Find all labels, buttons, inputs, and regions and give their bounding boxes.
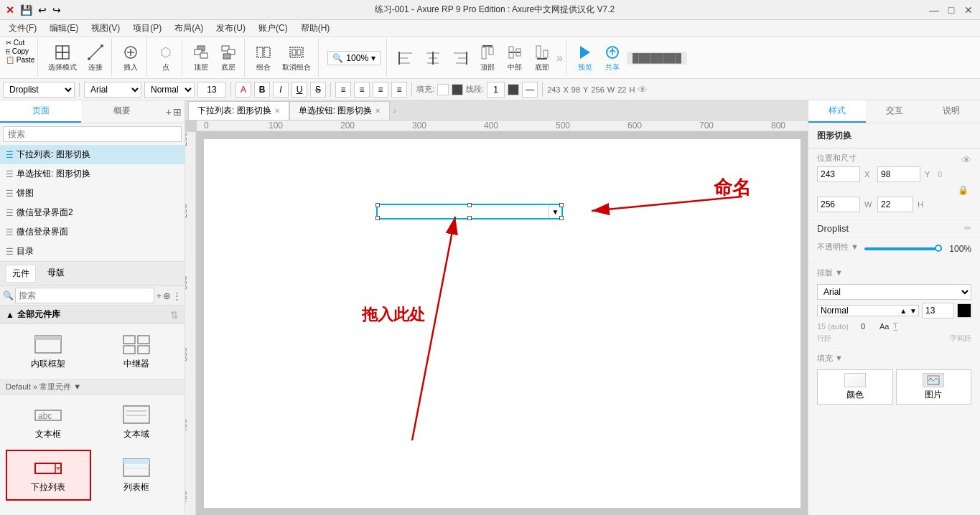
close-button[interactable]: ✕ [963,4,974,16]
text-format-icon[interactable]: T̲ [893,321,898,331]
save-icon[interactable]: 💾 [20,4,32,16]
line-color-preview[interactable] [508,84,519,95]
handle-tc[interactable] [467,203,472,207]
undo-icon[interactable]: ↩ [38,4,47,16]
element-name-select[interactable]: Droplist [3,82,75,98]
right-tab-note[interactable]: 说明 [923,100,980,123]
y-position-input[interactable] [877,166,920,182]
component-radio[interactable]: 单选按钮 [94,504,179,515]
right-font-family-select[interactable]: Arial [817,284,971,300]
align-text-right-button[interactable]: ≡ [373,82,388,98]
page-item-4[interactable]: ☰ 微信登录界面 [0,222,185,242]
page-item-2[interactable]: ☰ 饼图 [0,184,185,203]
connect-button[interactable]: 连接 [83,42,108,74]
redo-icon[interactable]: ↪ [52,4,61,16]
canvas-tab-0[interactable]: 下拉列表: 图形切换 ✕ [188,101,289,120]
add-component-icon[interactable]: + [156,290,162,301]
ungroup-button[interactable]: 取消组合 [278,42,315,74]
h-size-input[interactable] [877,197,913,212]
align-middle-button[interactable]: 中部 [502,42,528,74]
handle-bl[interactable] [375,216,380,220]
x-position-input[interactable] [817,166,860,182]
fill-color-preview[interactable] [437,84,449,95]
more-align-icon[interactable]: » [556,52,563,65]
font-style-up-icon[interactable]: ▲ [898,307,908,315]
handle-tl[interactable] [375,203,380,207]
top-layer-button[interactable]: 顶层 [188,42,214,74]
copy-component-icon[interactable]: ⊕ [163,290,171,301]
component-options-icon[interactable]: ⋮ [172,290,182,301]
canvas-viewport[interactable]: 0 100 200 300 400 500 600 700 800 200 25… [185,121,808,515]
tab-components[interactable]: 元件 [6,265,36,283]
font-style-down-icon[interactable]: ▼ [908,307,918,315]
page-search-input[interactable] [3,126,182,142]
align-bottom-button[interactable]: 底部 [529,42,555,74]
maximize-button[interactable]: □ [946,4,957,16]
font-style-select[interactable]: Normal [144,82,195,98]
preview-button[interactable]: 预览 [572,42,598,74]
copy-btn[interactable]: ⎘ Copy [6,47,29,55]
zoom-selector[interactable]: 🔍 100% ▾ [327,51,381,65]
element-name-edit-icon[interactable]: ✏ [964,223,971,233]
component-textarea[interactable]: 文本域 [94,397,179,447]
menu-view[interactable]: 视图(V) [85,21,126,36]
point-button[interactable]: ⬡ 点 [153,42,179,74]
share-button[interactable]: 共享 [599,42,625,74]
tab-pages[interactable]: 页面 [0,100,81,123]
align-center-button[interactable] [420,48,446,68]
bottom-layer-button[interactable]: 底层 [215,42,241,74]
handle-bc[interactable] [467,216,472,220]
library-scroll-icon[interactable]: ⇅ [170,309,179,321]
menu-layout[interactable]: 布局(A) [169,21,209,36]
align-right-button[interactable] [447,48,473,68]
position-visibility-icon[interactable]: 👁 [961,154,971,166]
right-tab-interact[interactable]: 交互 [866,100,923,123]
align-text-center-button[interactable]: ≡ [354,82,370,98]
tab-outline[interactable]: 概要 [81,100,162,123]
page-item-1[interactable]: ☰ 单选按钮: 图形切换 [0,164,185,184]
menu-account[interactable]: 账户(C) [253,21,294,36]
group-button[interactable]: 组合 [251,42,276,74]
line-style-button[interactable]: — [522,82,538,98]
component-repeater[interactable]: 中继器 [94,327,179,377]
visibility-toggle-icon[interactable]: 👁 [638,84,648,95]
component-textbox[interactable]: abc 文本框 [6,397,91,447]
italic-button[interactable]: I [273,82,289,98]
underline-button[interactable]: U [291,82,307,98]
handle-tr[interactable] [559,203,564,207]
paste-btn[interactable]: 📋 Paste [6,56,34,64]
components-search-input[interactable] [15,288,154,303]
aa-icon[interactable]: Aa [879,322,889,331]
handle-br[interactable] [559,216,564,220]
menu-edit[interactable]: 编辑(E) [44,21,84,36]
align-text-justify-button[interactable]: ≡ [391,82,407,98]
right-tab-style[interactable]: 样式 [808,100,866,123]
component-iframe[interactable]: 内联框架 [6,327,91,377]
font-size-right-input[interactable] [922,303,954,318]
component-listbox[interactable]: 列表框 [94,450,179,501]
menu-publish[interactable]: 发布(U) [210,21,251,36]
line-width-input[interactable] [487,82,505,98]
canvas-tab-close-1[interactable]: ✕ [375,107,381,115]
font-color-box[interactable] [957,303,971,318]
page-options-icon[interactable]: ⊞ [173,106,182,118]
font-size-input[interactable] [197,82,226,98]
minimize-button[interactable]: — [928,4,940,16]
add-page-icon[interactable]: + [166,106,172,118]
font-family-select[interactable]: Arial [84,82,141,98]
font-style-selector[interactable]: Normal ▲ ▼ [817,305,919,316]
canvas-tab-1[interactable]: 单选按钮: 图形切换 ✕ [289,101,391,120]
page-item-3[interactable]: ☰ 微信登录界面2 [0,203,185,222]
cut-btn[interactable]: ✂ Cut [6,39,24,47]
fill-bg-preview[interactable] [452,84,463,95]
canvas-scroll-right-icon[interactable]: › [393,105,396,116]
w-size-input[interactable] [817,197,860,212]
page-item-5[interactable]: ☰ 目录 [0,242,185,261]
canvas-tab-close-0[interactable]: ✕ [274,107,280,115]
font-color-button[interactable]: A [235,82,251,98]
align-text-left-button[interactable]: ≡ [335,82,351,98]
insert-button[interactable]: 插入 [118,42,144,74]
opacity-slider[interactable] [864,247,942,250]
strikethrough-button[interactable]: S [310,82,326,98]
component-droplist[interactable]: 下拉列表 [6,450,91,501]
